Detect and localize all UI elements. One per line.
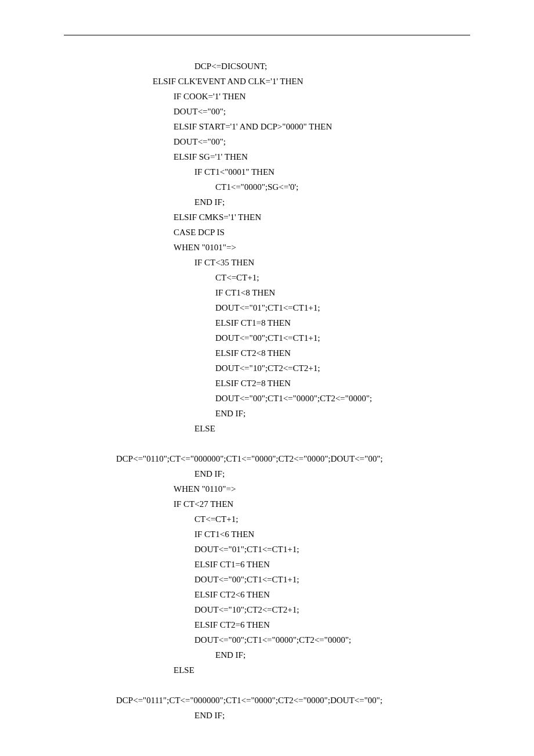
code-line (116, 678, 534, 693)
code-line: END IF; (116, 708, 534, 723)
code-line: CASE DCP IS (116, 225, 534, 240)
code-line: IF CT1<"0001" THEN (116, 164, 534, 179)
code-line: END IF; (116, 406, 534, 421)
code-line: IF CT<35 THEN (116, 255, 534, 270)
header-rule (64, 35, 470, 35)
code-line: IF CT1<8 THEN (116, 285, 534, 300)
code-line: CT<=CT+1; (116, 512, 534, 527)
code-line: END IF; (116, 195, 534, 210)
code-line: WHEN "0110"=> (116, 481, 534, 496)
code-line: END IF; (116, 647, 534, 663)
code-line: DCP<="0111";CT<="000000";CT1<="0000";CT2… (116, 693, 534, 708)
code-line: ELSE (116, 663, 534, 678)
code-line: WHEN "0101"=> (116, 240, 534, 255)
code-line: DOUT<="00"; (116, 134, 534, 149)
code-line: DOUT<="00";CT1<=CT1+1; (116, 330, 534, 345)
code-line: END IF; (116, 466, 534, 481)
code-line: IF CT1<6 THEN (116, 527, 534, 542)
code-line: DOUT<="10";CT2<=CT2+1; (116, 361, 534, 376)
code-line: ELSIF SG='1' THEN (116, 149, 534, 164)
code-line: DCP<=DICSOUNT; (116, 59, 534, 74)
code-line: CT<=CT+1; (116, 270, 534, 285)
code-line: DCP<="0110";CT<="000000";CT1<="0000";CT2… (116, 451, 534, 466)
code-line: DOUT<="00";CT1<=CT1+1; (116, 572, 534, 587)
code-line: DOUT<="00";CT1<="0000";CT2<="0000"; (116, 391, 534, 406)
code-line: ELSIF CLK'EVENT AND CLK='1' THEN (116, 74, 534, 89)
code-line (116, 436, 534, 451)
code-line: ELSIF CMKS='1' THEN (116, 210, 534, 225)
code-line: DOUT<="01";CT1<=CT1+1; (116, 300, 534, 315)
code-line: IF COOK='1' THEN (116, 89, 534, 104)
code-line: ELSIF CT1=6 THEN (116, 557, 534, 572)
code-line: ELSIF CT2<6 THEN (116, 587, 534, 602)
code-block: DCP<=DICSOUNT;ELSIF CLK'EVENT AND CLK='1… (116, 59, 534, 723)
code-line: ELSE (116, 421, 534, 436)
code-line: DOUT<="10";CT2<=CT2+1; (116, 602, 534, 617)
code-line: CT1<="0000";SG<='0'; (116, 179, 534, 195)
code-line: ELSIF START='1' AND DCP>"0000" THEN (116, 119, 534, 134)
code-line: DOUT<="00"; (116, 104, 534, 119)
code-line: DOUT<="01";CT1<=CT1+1; (116, 542, 534, 557)
code-line: ELSIF CT1=8 THEN (116, 315, 534, 330)
code-line: DOUT<="00";CT1<="0000";CT2<="0000"; (116, 632, 534, 647)
code-line: ELSIF CT2<8 THEN (116, 345, 534, 361)
code-line: ELSIF CT2=8 THEN (116, 376, 534, 391)
code-line: ELSIF CT2=6 THEN (116, 617, 534, 632)
document-page: DCP<=DICSOUNT;ELSIF CLK'EVENT AND CLK='1… (0, 0, 534, 756)
code-line: IF CT<27 THEN (116, 496, 534, 512)
